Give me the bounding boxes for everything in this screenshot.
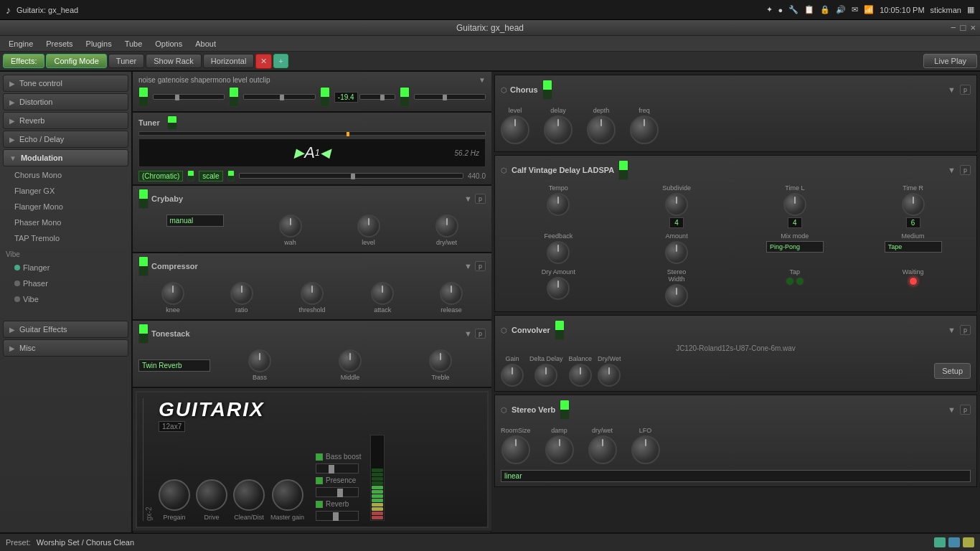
tonestack-toggle[interactable] xyxy=(138,324,149,344)
calf-feedback-knob[interactable] xyxy=(547,241,570,264)
stereo-verb-lfo-knob[interactable] xyxy=(631,435,660,464)
sidebar-item-phaser[interactable]: Phaser xyxy=(9,276,128,291)
calf-timel-knob[interactable] xyxy=(783,193,806,216)
tonestack-middle-knob[interactable] xyxy=(339,349,362,372)
menu-about[interactable]: About xyxy=(189,38,222,50)
ng-toggle2[interactable] xyxy=(229,87,239,107)
stereo-verb-enable-toggle[interactable] xyxy=(560,400,570,420)
menu-engine[interactable]: Engine xyxy=(3,38,39,50)
green-button[interactable]: + xyxy=(273,54,288,68)
tuner-slider-thumb[interactable] xyxy=(351,174,355,179)
ng-toggle3[interactable] xyxy=(320,87,330,107)
menu-options[interactable]: Options xyxy=(149,38,188,50)
menu-presets[interactable]: Presets xyxy=(40,38,78,50)
convolver-balance-knob[interactable] xyxy=(569,364,592,387)
convolver-gain-knob[interactable] xyxy=(501,364,524,387)
sidebar-item-vibe[interactable]: Vibe xyxy=(9,292,128,306)
stereo-verb-p-button[interactable]: p xyxy=(960,405,971,415)
compressor-release-knob[interactable] xyxy=(440,282,463,305)
bass-boost-checkbox[interactable] xyxy=(316,453,323,461)
chorus-level-knob[interactable] xyxy=(501,116,529,144)
ng-slider2[interactable] xyxy=(243,94,315,100)
tonestack-treble-knob[interactable] xyxy=(429,349,452,372)
menu-plugins[interactable]: Plugins xyxy=(80,38,118,50)
convolver-setup-button[interactable]: Setup xyxy=(934,363,971,379)
calf-medium-select[interactable]: Tape xyxy=(885,241,942,253)
presence-slider-thumb[interactable] xyxy=(337,489,343,497)
ng-expand-icon[interactable]: ▼ xyxy=(479,76,486,84)
calf-stereowidth-knob[interactable] xyxy=(665,284,688,307)
sidebar-item-flanger[interactable]: Flanger xyxy=(9,260,128,275)
sidebar-item-phaser-mono[interactable]: Phaser Mono xyxy=(9,215,128,230)
menu-tube[interactable]: Tube xyxy=(119,38,149,50)
sidebar-item-reverb[interactable]: ▶ Reverb xyxy=(3,112,128,129)
maximize-button[interactable]: □ xyxy=(961,22,966,33)
chorus-depth-knob[interactable] xyxy=(587,116,616,144)
effects-button[interactable]: Effects: xyxy=(3,54,44,68)
ng-slider3[interactable] xyxy=(359,94,395,100)
amp-presence-slider[interactable] xyxy=(316,487,359,497)
app-icon[interactable]: ♪ xyxy=(6,4,11,16)
stereo-verb-damp-knob[interactable] xyxy=(545,435,574,464)
sidebar-item-tap-tremolo[interactable]: TAP Tremolo xyxy=(9,231,128,245)
tonestack-expand-icon[interactable]: ▼ xyxy=(464,329,472,338)
calf-tempo-knob[interactable] xyxy=(547,193,570,216)
reverb-slider-thumb[interactable] xyxy=(333,512,339,521)
tuner-toggle[interactable] xyxy=(167,116,177,130)
ng-thumb3[interactable] xyxy=(380,95,385,100)
sidebar-item-echo-delay[interactable]: ▶ Echo / Delay xyxy=(3,131,128,148)
calf-enable-toggle[interactable] xyxy=(618,160,628,180)
convolver-p-button[interactable]: p xyxy=(960,325,971,335)
ng-thumb4[interactable] xyxy=(443,95,447,100)
sidebar-item-flanger-mono[interactable]: Flanger Mono xyxy=(9,199,128,214)
amp-cleandist-knob[interactable] xyxy=(233,479,265,511)
crybaby-toggle[interactable] xyxy=(138,189,149,209)
calf-amount-knob[interactable] xyxy=(665,241,688,264)
ng-slider1[interactable] xyxy=(153,94,225,100)
boost-slider-thumb[interactable] xyxy=(329,465,334,474)
chorus-enable-toggle[interactable] xyxy=(542,80,552,100)
sys-icon-vol[interactable]: 🔊 xyxy=(836,5,846,14)
crybaby-drywet-knob[interactable] xyxy=(435,215,458,237)
sidebar-item-tone-control[interactable]: ▶ Tone control xyxy=(3,75,128,92)
amp-drive-knob[interactable] xyxy=(196,479,227,511)
ng-thumb1[interactable] xyxy=(175,95,179,100)
tonestack-p-button[interactable]: p xyxy=(475,329,486,339)
amp-pregain-knob[interactable] xyxy=(159,479,190,511)
compressor-toggle[interactable] xyxy=(138,256,149,276)
ng-toggle4[interactable] xyxy=(400,87,410,107)
convolver-expand-icon[interactable]: ▼ xyxy=(948,326,956,334)
compressor-knee-knob[interactable] xyxy=(161,282,184,305)
crybaby-mode-select[interactable]: manual xyxy=(166,215,224,227)
show-rack-button[interactable]: Show Rack xyxy=(146,54,202,68)
chorus-p-button[interactable]: p xyxy=(960,85,971,95)
crybaby-p-button[interactable]: p xyxy=(475,194,486,204)
sidebar-item-distortion[interactable]: ▶ Distortion xyxy=(3,93,128,110)
tuner-toggle2[interactable] xyxy=(187,170,194,182)
sidebar-item-guitar-effects[interactable]: ▶ Guitar Effects xyxy=(3,321,128,338)
reverb-checkbox[interactable] xyxy=(316,501,323,508)
compressor-attack-knob[interactable] xyxy=(371,282,394,305)
compressor-threshold-knob[interactable] xyxy=(301,282,324,305)
red-button[interactable]: ✕ xyxy=(255,54,272,69)
live-play-button[interactable]: Live Play xyxy=(923,54,977,68)
stereo-verb-roomsize-knob[interactable] xyxy=(501,435,530,464)
config-mode-button[interactable]: Config Mode xyxy=(46,54,106,68)
stereo-verb-expand-icon[interactable]: ▼ xyxy=(948,405,956,414)
amp-master-knob[interactable] xyxy=(272,479,303,511)
ng-toggle[interactable] xyxy=(138,87,149,107)
tonestack-bass-knob[interactable] xyxy=(248,349,271,372)
crybaby-wah-knob[interactable] xyxy=(279,215,302,237)
close-button[interactable]: × xyxy=(970,22,976,33)
sidebar-item-flanger-gx[interactable]: Flanger GX xyxy=(9,184,128,198)
calf-dryamount-knob[interactable] xyxy=(547,277,570,300)
compressor-ratio-knob[interactable] xyxy=(230,282,253,305)
convolver-drywet-knob[interactable] xyxy=(598,364,621,387)
chorus-expand-icon[interactable]: ▼ xyxy=(948,85,956,94)
sidebar-item-misc[interactable]: ▶ Misc xyxy=(3,339,128,357)
amp-boost-slider[interactable] xyxy=(316,463,359,474)
calf-expand-icon[interactable]: ▼ xyxy=(948,166,956,174)
calf-subdivide-knob[interactable] xyxy=(665,193,688,216)
amp-reverb-slider[interactable] xyxy=(316,511,359,521)
convolver-enable-toggle[interactable] xyxy=(555,320,565,340)
